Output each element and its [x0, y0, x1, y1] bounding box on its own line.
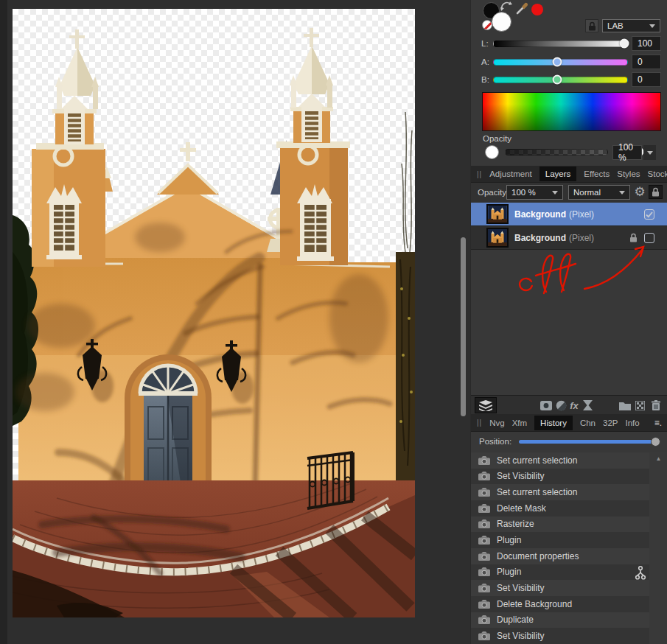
slider-handle[interactable]	[620, 39, 629, 49]
history-item[interactable]: Rasterize	[471, 517, 649, 533]
transparency-button[interactable]	[633, 397, 646, 413]
left-bell-tower	[32, 29, 105, 267]
history-state-icon	[478, 631, 490, 640]
tab-adjustment[interactable]: Adjustment	[489, 167, 532, 181]
color-lock-button[interactable]	[585, 19, 598, 32]
layer-opacity-value: 100 %	[511, 188, 536, 197]
slider-handle[interactable]	[553, 57, 562, 67]
tab-32p[interactable]: 32P	[603, 416, 618, 430]
layers-stack-button[interactable]	[475, 397, 497, 413]
b-value-field[interactable]: 0	[632, 72, 661, 87]
layer-effects-button[interactable]: fx	[568, 397, 581, 413]
swap-colors-icon[interactable]	[500, 1, 512, 11]
history-scrollbar[interactable]: ▲	[649, 452, 667, 644]
history-item[interactable]: Set current selection	[471, 484, 649, 500]
a-channel-slider[interactable]	[493, 59, 628, 66]
color-mode-dropdown[interactable]: LAB	[602, 19, 660, 32]
panel-drag-handle[interactable]: ||	[477, 419, 482, 427]
layer-opacity-label: Opacity:	[478, 188, 509, 197]
layer-locked-icon	[629, 233, 638, 242]
tab-layers[interactable]: Layers	[539, 167, 577, 181]
color-spectrum-picker[interactable]	[482, 92, 661, 131]
history-position-slider[interactable]	[519, 440, 659, 444]
tab-info[interactable]: Info	[625, 416, 639, 430]
foreground-color-swatch[interactable]	[492, 12, 511, 32]
layer-thumbnail	[486, 204, 509, 224]
history-item[interactable]: Set Visibility	[471, 628, 649, 644]
history-item[interactable]: Plugin	[471, 532, 649, 548]
color-opacity-slider[interactable]	[505, 149, 608, 155]
history-position-handle[interactable]	[651, 437, 660, 447]
blend-options-gear-icon[interactable]: ⚙	[632, 184, 647, 200]
hourglass-icon	[583, 400, 593, 410]
history-item-label: Document properties	[497, 551, 579, 561]
l-value: 100	[638, 38, 652, 49]
tab-stock[interactable]: Stock	[648, 167, 667, 181]
history-item[interactable]: Duplicate	[471, 612, 649, 629]
l-channel-slider[interactable]	[493, 41, 628, 47]
opacity-stepper-button[interactable]	[643, 145, 656, 160]
tab-history[interactable]: History	[534, 416, 573, 430]
chevron-down-icon	[552, 191, 558, 195]
window-left-edge	[0, 0, 7, 644]
layer-visibility-checkbox[interactable]	[644, 233, 654, 243]
delete-layer-button[interactable]	[649, 397, 663, 413]
layer-lock-button[interactable]	[649, 185, 663, 199]
canvas-area[interactable]	[7, 0, 470, 644]
b-channel-slider[interactable]	[493, 77, 628, 83]
a-value-field[interactable]: 0	[632, 55, 661, 69]
b-value: 0	[638, 74, 643, 85]
folder-icon	[619, 401, 631, 410]
live-filter-button[interactable]	[581, 397, 594, 413]
history-panel-tabs: || Nvg Xfm History Chn 32P Info ≡.	[471, 414, 667, 432]
panel-column: LAB L: 100 A: 0 B:	[470, 0, 667, 644]
layer-row-background-2[interactable]: Background (Pixel)	[471, 226, 667, 250]
lock-icon	[588, 21, 596, 31]
check-icon	[645, 210, 654, 219]
tab-chn[interactable]: Chn	[580, 416, 596, 430]
tab-nvg[interactable]: Nvg	[489, 416, 504, 430]
no-color-swatch[interactable]	[482, 20, 492, 30]
chevron-down-icon	[649, 24, 655, 28]
layer-row-background-1[interactable]: Background (Pixel)	[471, 203, 667, 226]
mask-layer-button[interactable]	[539, 397, 553, 413]
history-state-icon	[478, 519, 490, 528]
history-item[interactable]: Set Visibility	[471, 580, 649, 596]
brick-plaza	[13, 480, 415, 617]
current-color-swatch[interactable]	[485, 145, 499, 159]
a-value: 0	[638, 57, 643, 67]
color-mode-value: LAB	[607, 21, 624, 30]
opacity-label: Opacity	[483, 134, 511, 143]
channel-label: L:	[481, 39, 493, 48]
adjustment-layer-button[interactable]	[554, 397, 568, 413]
affinity-photo-window: LAB L: 100 A: 0 B:	[0, 0, 667, 644]
blend-mode-dropdown[interactable]: Normal	[568, 185, 630, 200]
history-item[interactable]: Delete Mask	[471, 500, 649, 517]
layer-opacity-dropdown[interactable]: 100 %	[506, 185, 563, 200]
group-layers-button[interactable]	[618, 397, 632, 413]
document-image[interactable]	[13, 9, 415, 617]
l-value-field[interactable]: 100	[632, 36, 661, 51]
history-item-label: Plugin	[497, 567, 521, 577]
history-item[interactable]: Set Visibility	[471, 469, 649, 485]
history-item-label: Set Visibility	[497, 583, 544, 593]
history-item[interactable]: Delete Background	[471, 596, 649, 612]
tab-effects[interactable]: Effects	[584, 167, 610, 181]
history-item[interactable]: Document properties	[471, 548, 649, 564]
tab-styles[interactable]: Styles	[617, 167, 640, 181]
slider-handle[interactable]	[553, 75, 562, 85]
canvas-vertical-scrollbar[interactable]	[461, 237, 466, 416]
history-state-icon	[478, 600, 490, 609]
history-item[interactable]: Set current selection	[471, 452, 649, 469]
eyedropper-icon[interactable]	[515, 1, 530, 15]
panel-drag-handle[interactable]: ||	[477, 170, 482, 178]
history-item[interactable]: Plugin	[471, 564, 649, 581]
scroll-up-icon[interactable]: ▲	[649, 455, 667, 462]
layer-visibility-checkbox[interactable]	[644, 209, 654, 220]
layers-empty-area[interactable]	[471, 250, 667, 395]
history-item-label: Plugin	[497, 535, 521, 545]
tab-xfm[interactable]: Xfm	[512, 416, 527, 430]
panel-menu-icon[interactable]: ≡.	[654, 418, 662, 428]
recent-color-swatch[interactable]	[531, 4, 543, 15]
opacity-value-field[interactable]: 100 %	[612, 145, 642, 160]
